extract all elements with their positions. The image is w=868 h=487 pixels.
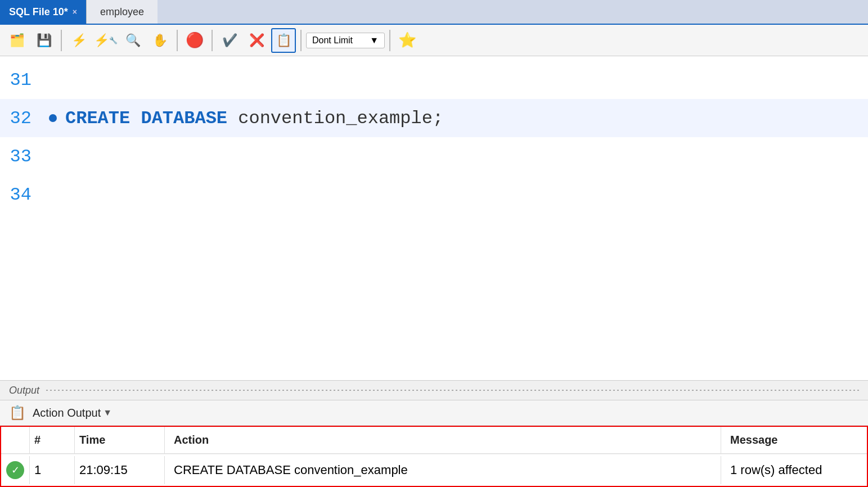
code-line-32[interactable]: 32CREATE DATABASE convention_example; — [0, 99, 868, 137]
toolbar-separator-1 — [61, 30, 62, 51]
limit-label: Dont Limit — [312, 35, 353, 46]
col-header-action: Action — [164, 427, 721, 453]
results-table-body: ✓ 1 21:09:15 CREATE DATABASE convention_… — [1, 454, 867, 486]
toolbar-separator-2 — [177, 30, 178, 51]
results-table-header: # Time Action Message — [1, 427, 867, 454]
row-action: CREATE DATABASE convention_example — [164, 456, 721, 484]
execute-selection-button[interactable]: ⚡🔧 — [93, 28, 118, 53]
row-num: 1 — [29, 456, 74, 484]
toolbar: 🗂️ 💾 ⚡ ⚡🔧 🔍 ✋ 🔴 ✔️ ❌ 📋 Dont Limit ▼ ⭐ — [0, 25, 868, 56]
output-dots-decoration — [46, 390, 859, 391]
toggle-output-button[interactable]: 📋 — [271, 28, 296, 53]
action-output-bar: 📋 Action Output ▼ — [0, 400, 868, 426]
execute-button[interactable]: ⚡ — [66, 28, 91, 53]
line-number-34: 34 — [0, 184, 45, 205]
success-icon: ✓ — [6, 461, 24, 479]
toolbar-separator-5 — [389, 30, 390, 51]
output-divider: Output — [0, 380, 868, 400]
code-line-31[interactable]: 31 — [0, 61, 868, 99]
col-header-check — [1, 427, 29, 453]
error-button[interactable]: 🔴 — [182, 28, 207, 53]
row-status: ✓ — [1, 454, 29, 486]
find-button[interactable]: 🔍 — [120, 28, 145, 53]
output-section-label: Output — [9, 385, 39, 396]
action-output-dropdown[interactable]: Action Output ▼ — [33, 407, 112, 420]
limit-dropdown-arrow: ▼ — [370, 35, 379, 46]
code-editor: 3132CREATE DATABASE convention_example;3… — [0, 56, 868, 380]
action-output-label: Action Output — [33, 407, 101, 420]
toolbar-separator-3 — [212, 30, 213, 51]
stop-button[interactable]: ✋ — [147, 28, 172, 53]
line-number-31: 31 — [0, 70, 45, 91]
row-time: 21:09:15 — [74, 456, 164, 484]
tab-sql-file-10[interactable]: SQL File 10* × — [0, 0, 86, 24]
line-bullet-32 — [45, 114, 61, 122]
limit-dropdown[interactable]: Dont Limit ▼ — [306, 33, 385, 48]
row-message: 1 row(s) affected — [721, 456, 867, 484]
line-content-32: CREATE DATABASE convention_example; — [61, 108, 868, 129]
line-number-32: 32 — [0, 108, 45, 129]
code-lines[interactable]: 3132CREATE DATABASE convention_example;3… — [0, 56, 868, 380]
rollback-button[interactable]: ❌ — [244, 28, 269, 53]
results-table: # Time Action Message ✓ 1 21:09:15 CREAT… — [0, 426, 868, 487]
col-header-time: Time — [74, 427, 164, 453]
tab-active-label: SQL File 10* — [9, 6, 68, 18]
favorite-button[interactable]: ⭐ — [395, 28, 420, 53]
tab-close-button[interactable]: × — [73, 7, 77, 16]
code-line-33[interactable]: 33 — [0, 137, 868, 175]
toolbar-separator-4 — [300, 30, 302, 51]
save-button[interactable]: 💾 — [32, 28, 56, 53]
tab-employee[interactable]: employee — [86, 0, 158, 24]
col-header-message: Message — [721, 427, 867, 453]
tab-bar: SQL File 10* × employee — [0, 0, 868, 25]
table-row: ✓ 1 21:09:15 CREATE DATABASE convention_… — [1, 454, 867, 486]
action-output-dropdown-arrow: ▼ — [103, 408, 112, 418]
col-header-num: # — [29, 427, 74, 453]
open-folder-button[interactable]: 🗂️ — [5, 28, 29, 53]
tab-inactive-label: employee — [100, 6, 144, 18]
action-output-icon: 📋 — [9, 405, 26, 421]
line-number-33: 33 — [0, 146, 45, 167]
commit-button[interactable]: ✔️ — [217, 28, 242, 53]
code-line-34[interactable]: 34 — [0, 175, 868, 214]
